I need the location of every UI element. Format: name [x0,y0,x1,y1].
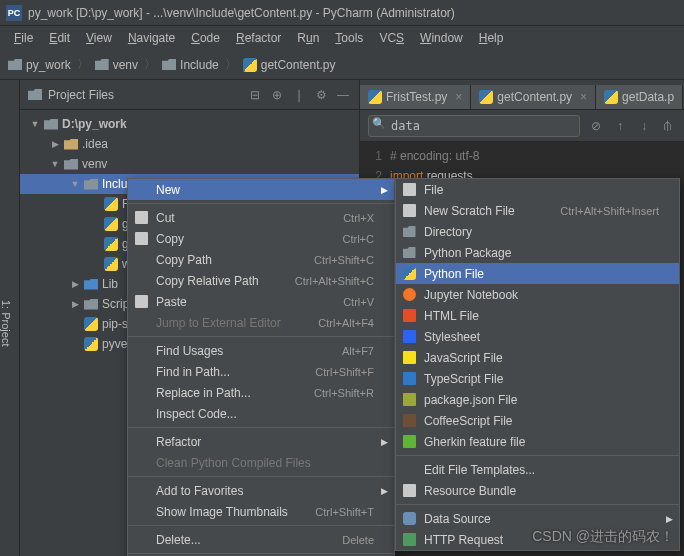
ctx-item-paste[interactable]: PasteCtrl+V [128,291,394,312]
shortcut: Delete [342,534,374,546]
project-tool-tab[interactable]: 1: Project [0,80,20,556]
db-icon [403,512,416,525]
new-item-jupyter-notebook[interactable]: Jupyter Notebook [396,284,679,305]
menu-label: Jump to External Editor [156,316,281,330]
shortcut: Ctrl+C [343,233,374,245]
menu-edit[interactable]: Edit [43,29,76,47]
jup-icon [403,288,416,301]
menu-label: CoffeeScript File [424,414,512,428]
python-file-icon [104,237,118,251]
menubar: File Edit View Navigate Code Refactor Ru… [0,26,684,50]
breadcrumb-item[interactable]: Include [162,58,219,72]
breadcrumb-item[interactable]: py_work [8,58,71,72]
menu-label: Refactor [156,435,201,449]
editor-tab[interactable]: getData.p [596,85,683,109]
breadcrumb-item[interactable]: venv [95,58,138,72]
new-item-javascript-file[interactable]: JavaScript File [396,347,679,368]
js-icon [403,351,416,364]
ctx-item-add-to-favorites[interactable]: Add to Favorites▶ [128,480,394,501]
ctx-item-copy[interactable]: CopyCtrl+C [128,228,394,249]
new-item-python-file[interactable]: Python File [396,263,679,284]
menu-label: Stylesheet [424,330,480,344]
prev-match-icon[interactable]: ↑ [612,118,628,134]
new-item-file[interactable]: File [396,179,679,200]
close-icon[interactable]: × [455,90,462,104]
ctx-item-delete-[interactable]: Delete...Delete [128,529,394,550]
menu-file[interactable]: File [8,29,39,47]
menu-vcs[interactable]: VCS [373,29,410,47]
tree-row[interactable]: ▼venv [20,154,359,174]
shortcut: Ctrl+Shift+R [314,387,374,399]
ctx-item-clean-python-compiled-files: Clean Python Compiled Files [128,452,394,473]
dir-icon [403,226,416,237]
ctx-item-find-usages[interactable]: Find UsagesAlt+F7 [128,340,394,361]
tree-row[interactable]: ▼D:\py_work [20,114,359,134]
menu-code[interactable]: Code [185,29,226,47]
copy-icon [135,232,148,245]
editor-tab[interactable]: getContent.py× [471,85,596,109]
close-search-icon[interactable]: ⊘ [588,118,604,134]
menu-help[interactable]: Help [473,29,510,47]
menu-label: New Scratch File [424,204,515,218]
python-file-icon [84,337,98,351]
tree-row[interactable]: ▶.idea [20,134,359,154]
gear-icon[interactable]: ⚙ [313,87,329,103]
folder-icon [64,139,78,150]
shortcut: Ctrl+Shift+T [315,506,374,518]
menu-tools[interactable]: Tools [329,29,369,47]
menu-label: Delete... [156,533,201,547]
new-item-stylesheet[interactable]: Stylesheet [396,326,679,347]
menu-run[interactable]: Run [291,29,325,47]
folder-icon [28,89,42,100]
menu-navigate[interactable]: Navigate [122,29,181,47]
gherkin-icon [403,435,416,448]
new-item-typescript-file[interactable]: TypeScript File [396,368,679,389]
menu-label: Replace in Path... [156,386,251,400]
new-item-edit-file-templates-[interactable]: Edit File Templates... [396,459,679,480]
python-file-icon [479,90,493,104]
menu-refactor[interactable]: Refactor [230,29,287,47]
html-icon [403,309,416,322]
new-item-directory[interactable]: Directory [396,221,679,242]
new-item-html-file[interactable]: HTML File [396,305,679,326]
breadcrumb-item[interactable]: getContent.py [243,58,336,72]
ctx-item-copy-path[interactable]: Copy PathCtrl+Shift+C [128,249,394,270]
ctx-item-replace-in-path-[interactable]: Replace in Path...Ctrl+Shift+R [128,382,394,403]
divider-icon: | [291,87,307,103]
filter-icon[interactable]: ⫛ [660,118,676,134]
new-item-python-package[interactable]: Python Package [396,242,679,263]
new-item-gherkin-feature-file[interactable]: Gherkin feature file [396,431,679,452]
next-match-icon[interactable]: ↓ [636,118,652,134]
search-input[interactable] [368,115,580,137]
coffee-icon [403,414,416,427]
new-item-package-json-file[interactable]: package.json File [396,389,679,410]
python-file-icon [243,58,257,72]
submenu-arrow-icon: ▶ [381,185,388,195]
ctx-item-inspect-code-[interactable]: Inspect Code... [128,403,394,424]
editor-tab[interactable]: FristTest.py× [360,85,471,109]
shortcut: Ctrl+Alt+Shift+C [295,275,374,287]
menu-label: TypeScript File [424,372,503,386]
new-item-new-scratch-file[interactable]: New Scratch FileCtrl+Alt+Shift+Insert [396,200,679,221]
close-icon[interactable]: × [580,90,587,104]
menu-label: Paste [156,295,187,309]
ctx-item-new[interactable]: New▶ [128,179,394,200]
submenu-arrow-icon: ▶ [666,514,673,524]
new-item-resource-bundle[interactable]: Resource Bundle [396,480,679,501]
cut-icon [135,211,148,224]
ctx-item-show-image-thumbnails[interactable]: Show Image ThumbnailsCtrl+Shift+T [128,501,394,522]
new-item-coffeescript-file[interactable]: CoffeeScript File [396,410,679,431]
new-item-data-source[interactable]: Data Source▶ [396,508,679,529]
ctx-item-refactor[interactable]: Refactor▶ [128,431,394,452]
menu-window[interactable]: Window [414,29,469,47]
ctx-item-cut[interactable]: CutCtrl+X [128,207,394,228]
hide-icon[interactable]: — [335,87,351,103]
menu-label: Jupyter Notebook [424,288,518,302]
menu-view[interactable]: View [80,29,118,47]
target-icon[interactable]: ⊕ [269,87,285,103]
collapse-icon[interactable]: ⊟ [247,87,263,103]
ctx-item-find-in-path-[interactable]: Find in Path...Ctrl+Shift+F [128,361,394,382]
ctx-item-copy-relative-path[interactable]: Copy Relative PathCtrl+Alt+Shift+C [128,270,394,291]
submenu-arrow-icon: ▶ [381,486,388,496]
menu-label: New [156,183,180,197]
